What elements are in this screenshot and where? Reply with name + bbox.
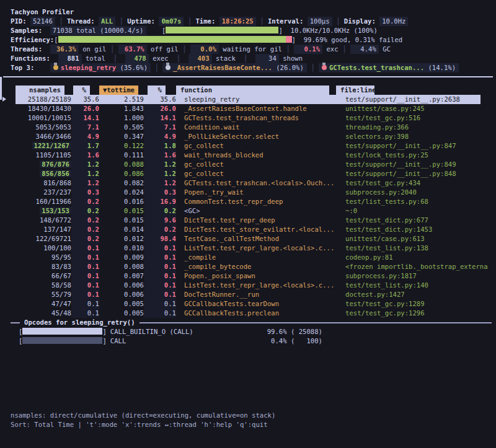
column-header-pct-direct[interactable]: % [73,86,90,95]
functions-stack: 403 [188,54,212,63]
cell-nsamples: 816/868 [11,178,71,188]
table-row[interactable]: 55/790.10.0060.1DocTestRunner.__rundocte… [11,290,493,299]
cell-pct-cumulative: 7.1 [144,123,176,132]
table-row[interactable]: 83/830.10.0080.1_compile_bytecode<frozen… [11,262,493,271]
table-row[interactable]: 18430/1843026.01.84326.0_AssertRaisesBas… [11,104,493,113]
cell-pct-direct: 0.1 [71,290,99,299]
table-row[interactable]: 58/580.10.0060.1ListTest.test_repr_large… [11,281,493,290]
scroll-position-indicator[interactable] [0,77,2,100]
cell-pct-cumulative: 26.0 [144,104,176,113]
table-row[interactable]: 66/670.10.0070.1Popen._posix_spawnsubpro… [11,271,493,281]
column-header-nsamples[interactable]: nsamples [16,86,64,95]
cell-function: _compile_bytecode [184,262,337,271]
table-row[interactable]: 45/480.10.0050.1GCCallbackTests.preclean… [11,309,493,318]
top3-second-pct: (26.0%) [276,64,304,71]
opcode-name: CALL [110,337,126,345]
cell-pct-cumulative: 4.9 [144,132,176,141]
efficiency-bar-good [58,36,286,43]
table-row[interactable]: 1105/11051.60.1111.6wait_threads_blocked… [11,151,493,160]
table-row[interactable]: 137/1470.20.0140.2DictTest.test_store_ev… [11,225,493,234]
efficiency-summary: 99.69% good, 0.31% failed [304,36,402,43]
threads-waiting-pct: 0.0% [190,45,219,54]
threads-exc-label: exc [326,45,338,53]
cell-pct-cumulative: 16.9 [144,197,176,206]
top3-line: Top 3: sleeping_retry (35.6%) │ _AssertR… [11,63,493,72]
cell-tottime: 0.012 [99,234,144,244]
table-row[interactable]: 47/470.10.0050.1GCCallbackTests.tearDown… [11,299,493,309]
opcodes-list: []CALL_BUILTIN_O (CALL)99.6% ( 25088)[]C… [11,327,493,346]
cell-function: gc_collect [184,141,337,151]
cell-nsamples: 55/79 [11,290,71,299]
cell-function: _AssertRaisesBaseContext.handle [184,104,337,113]
table-body: 25188/2518935.62.51935.6sleeping_retryte… [11,95,493,318]
table-row[interactable]: 100/1000.10.0100.1ListTest.test_repr_lar… [11,244,493,253]
table-row[interactable]: 95/950.10.0090.1_compilecodeop.py:81 [11,253,493,262]
cell-nsamples: 160/11966 [11,197,71,206]
table-row[interactable]: 237/2370.30.0240.3Popen._try_waitsubproc… [11,188,493,197]
silver-medal-icon [166,65,170,70]
threads-gc-label: GC [383,45,391,53]
cell-function: TestCase._callTestMethod [184,234,337,244]
column-header-tottime-sorted[interactable]: ▼tottime [99,86,138,95]
pid-label: PID: [11,17,27,25]
column-header-file-line[interactable]: file:line [336,86,374,95]
column-header-pct-cumulative[interactable]: % [148,86,166,95]
functions-label: Functions: [11,55,50,62]
functions-total-label: total [86,55,105,62]
table-row[interactable]: 122/697210.20.01298.4TestCase._callTestM… [11,234,493,244]
cell-function: <GC> [184,206,337,216]
cell-nsamples: 100/100 [11,244,71,253]
table-row[interactable]: 10001/1001514.11.00014.1GCTests.test_tra… [11,113,493,123]
table-row[interactable]: 876/8761.20.0881.2gc_collecttest/support… [11,160,493,169]
table-row[interactable]: 5053/50537.10.5057.1Condition.waitthread… [11,123,493,132]
cell-file-line: test/support/__init__.py:849 [345,160,493,169]
table-row[interactable]: 816/8681.20.0821.2GCTests.test_trashcan.… [11,178,493,188]
opcode-frequency-bar [22,328,102,335]
cell-file-line: test/test_list.py:140 [345,281,493,290]
gold-medal-icon [53,65,58,70]
pid-line: PID: 52146 │ Thread: ALL │ Uptime: 0m07s… [11,17,493,26]
cell-tottime: 0.347 [99,132,144,141]
cell-tottime: 0.015 [99,206,144,216]
cell-file-line: unittest/case.py:245 [345,104,493,113]
table-row[interactable]: 25188/2518935.62.51935.6sleeping_retryte… [11,95,493,104]
cell-function: GCTests.test_trashcan_threads [184,113,337,123]
cell-tottime: 0.505 [99,123,144,132]
app-title: Tachyon Profiler [11,8,74,15]
top3-first[interactable]: sleeping_retry (35.6%) [50,63,151,72]
title-line: Tachyon Profiler [11,7,493,17]
cell-pct-cumulative: 0.1 [144,299,176,309]
cell-function: gc_collect [184,169,337,178]
table-row[interactable]: 1221/12671.70.1221.8gc_collecttest/suppo… [11,141,493,151]
cell-file-line: unittest/case.py:613 [345,234,493,244]
cell-pct-cumulative: 1.6 [144,151,176,160]
column-header-function[interactable]: function [176,86,329,95]
cell-nsamples: 856/856 [11,169,71,178]
top3-third[interactable]: GCTests.test_trashcan... (14.1%) [319,63,459,72]
thread-value[interactable]: ALL [99,17,115,26]
threads-waiting-label: waiting for gil [223,45,282,53]
samples-label: Samples: [11,27,42,34]
cell-pct-direct: 14.1 [71,113,99,123]
table-row[interactable]: 148/67720.20.0159.6DictTest.test_repr_de… [11,216,493,225]
cell-tottime: 0.088 [99,160,144,169]
cell-function: _PollLikeSelector.select [184,132,337,141]
cell-file-line: doctest.py:1427 [345,290,493,299]
table-row[interactable]: 160/119660.20.01616.9CommonTest.test_rep… [11,197,493,206]
table-row[interactable]: 856/8561.20.0861.2gc_collecttest/support… [11,169,493,178]
functions-exec-label: exec [153,55,169,62]
cell-nsamples: 5053/5053 [11,123,71,132]
efficiency-line: Efficiency:[] 99.69% good, 0.31% failed [11,35,493,45]
threads-label: Threads: [11,45,42,53]
table-row[interactable]: 3466/34664.90.3474.9_PollLikeSelector.se… [11,132,493,141]
efficiency-bar [58,36,292,43]
opcode-percentage: 0.4% ( 100) [248,336,322,346]
cell-function: ListTest.test_repr_large.<locals>.c... [184,244,337,253]
opcode-row: []CALL0.4% ( 100) [19,336,493,346]
cell-pct-direct: 0.2 [71,206,99,216]
cell-pct-direct: 4.9 [71,132,99,141]
cell-function: ListTest.test_repr_large.<locals>.c... [184,281,337,290]
cell-tottime: 0.082 [99,178,144,188]
table-row[interactable]: 153/1530.20.0150.2<GC>~:0 [11,206,493,216]
top3-second[interactable]: _AssertRaisesBaseConte... (26.0%) [162,63,307,72]
